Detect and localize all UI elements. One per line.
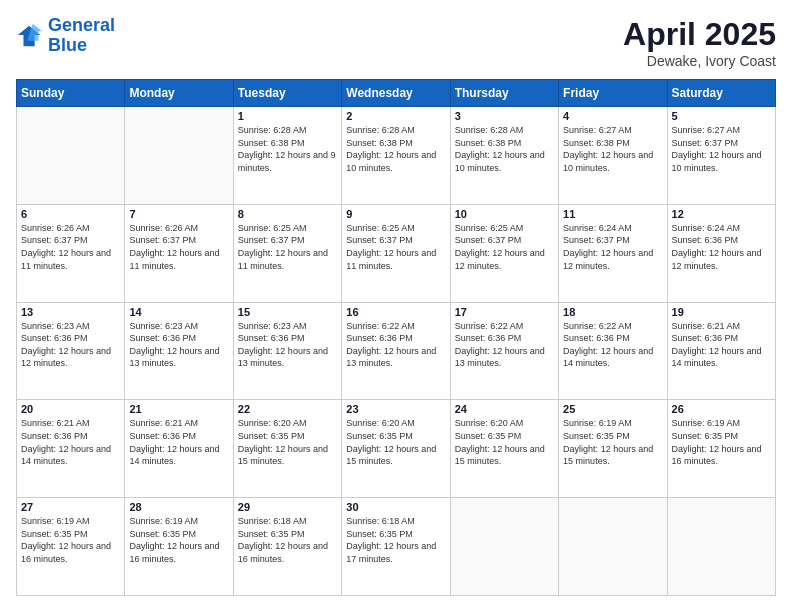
calendar-header-thursday: Thursday (450, 80, 558, 107)
logo-icon (16, 22, 44, 50)
calendar-header-sunday: Sunday (17, 80, 125, 107)
calendar-cell: 7Sunrise: 6:26 AM Sunset: 6:37 PM Daylig… (125, 204, 233, 302)
calendar-cell: 6Sunrise: 6:26 AM Sunset: 6:37 PM Daylig… (17, 204, 125, 302)
day-number: 15 (238, 306, 337, 318)
week-row-3: 20Sunrise: 6:21 AM Sunset: 6:36 PM Dayli… (17, 400, 776, 498)
week-row-0: 1Sunrise: 6:28 AM Sunset: 6:38 PM Daylig… (17, 107, 776, 205)
day-info: Sunrise: 6:27 AM Sunset: 6:37 PM Dayligh… (672, 124, 771, 174)
calendar-cell: 2Sunrise: 6:28 AM Sunset: 6:38 PM Daylig… (342, 107, 450, 205)
page: General Blue April 2025 Dewake, Ivory Co… (0, 0, 792, 612)
calendar-header-row: SundayMondayTuesdayWednesdayThursdayFrid… (17, 80, 776, 107)
logo-line1: General (48, 15, 115, 35)
day-info: Sunrise: 6:25 AM Sunset: 6:37 PM Dayligh… (455, 222, 554, 272)
day-info: Sunrise: 6:20 AM Sunset: 6:35 PM Dayligh… (238, 417, 337, 467)
day-number: 5 (672, 110, 771, 122)
day-info: Sunrise: 6:28 AM Sunset: 6:38 PM Dayligh… (455, 124, 554, 174)
day-number: 12 (672, 208, 771, 220)
day-info: Sunrise: 6:22 AM Sunset: 6:36 PM Dayligh… (346, 320, 445, 370)
day-number: 7 (129, 208, 228, 220)
calendar-cell: 16Sunrise: 6:22 AM Sunset: 6:36 PM Dayli… (342, 302, 450, 400)
calendar-header-monday: Monday (125, 80, 233, 107)
day-info: Sunrise: 6:26 AM Sunset: 6:37 PM Dayligh… (129, 222, 228, 272)
header: General Blue April 2025 Dewake, Ivory Co… (16, 16, 776, 69)
calendar-cell: 25Sunrise: 6:19 AM Sunset: 6:35 PM Dayli… (559, 400, 667, 498)
calendar-cell: 29Sunrise: 6:18 AM Sunset: 6:35 PM Dayli… (233, 498, 341, 596)
calendar-cell: 1Sunrise: 6:28 AM Sunset: 6:38 PM Daylig… (233, 107, 341, 205)
calendar-cell: 22Sunrise: 6:20 AM Sunset: 6:35 PM Dayli… (233, 400, 341, 498)
day-number: 19 (672, 306, 771, 318)
week-row-2: 13Sunrise: 6:23 AM Sunset: 6:36 PM Dayli… (17, 302, 776, 400)
logo-line2: Blue (48, 35, 87, 55)
calendar-cell: 20Sunrise: 6:21 AM Sunset: 6:36 PM Dayli… (17, 400, 125, 498)
day-number: 2 (346, 110, 445, 122)
day-info: Sunrise: 6:26 AM Sunset: 6:37 PM Dayligh… (21, 222, 120, 272)
day-info: Sunrise: 6:19 AM Sunset: 6:35 PM Dayligh… (21, 515, 120, 565)
day-number: 8 (238, 208, 337, 220)
calendar-cell (667, 498, 775, 596)
day-number: 10 (455, 208, 554, 220)
calendar-cell: 13Sunrise: 6:23 AM Sunset: 6:36 PM Dayli… (17, 302, 125, 400)
week-row-4: 27Sunrise: 6:19 AM Sunset: 6:35 PM Dayli… (17, 498, 776, 596)
day-number: 22 (238, 403, 337, 415)
day-info: Sunrise: 6:21 AM Sunset: 6:36 PM Dayligh… (672, 320, 771, 370)
day-number: 24 (455, 403, 554, 415)
calendar-cell: 14Sunrise: 6:23 AM Sunset: 6:36 PM Dayli… (125, 302, 233, 400)
day-number: 27 (21, 501, 120, 513)
day-info: Sunrise: 6:25 AM Sunset: 6:37 PM Dayligh… (238, 222, 337, 272)
day-info: Sunrise: 6:28 AM Sunset: 6:38 PM Dayligh… (346, 124, 445, 174)
calendar-cell: 21Sunrise: 6:21 AM Sunset: 6:36 PM Dayli… (125, 400, 233, 498)
day-info: Sunrise: 6:23 AM Sunset: 6:36 PM Dayligh… (21, 320, 120, 370)
calendar-cell: 18Sunrise: 6:22 AM Sunset: 6:36 PM Dayli… (559, 302, 667, 400)
day-number: 21 (129, 403, 228, 415)
subtitle: Dewake, Ivory Coast (623, 53, 776, 69)
day-number: 1 (238, 110, 337, 122)
day-info: Sunrise: 6:24 AM Sunset: 6:37 PM Dayligh… (563, 222, 662, 272)
day-number: 17 (455, 306, 554, 318)
day-info: Sunrise: 6:23 AM Sunset: 6:36 PM Dayligh… (238, 320, 337, 370)
calendar-cell: 3Sunrise: 6:28 AM Sunset: 6:38 PM Daylig… (450, 107, 558, 205)
day-number: 28 (129, 501, 228, 513)
calendar-cell (450, 498, 558, 596)
week-row-1: 6Sunrise: 6:26 AM Sunset: 6:37 PM Daylig… (17, 204, 776, 302)
day-info: Sunrise: 6:25 AM Sunset: 6:37 PM Dayligh… (346, 222, 445, 272)
day-number: 9 (346, 208, 445, 220)
day-info: Sunrise: 6:22 AM Sunset: 6:36 PM Dayligh… (563, 320, 662, 370)
calendar-cell: 12Sunrise: 6:24 AM Sunset: 6:36 PM Dayli… (667, 204, 775, 302)
day-number: 13 (21, 306, 120, 318)
day-number: 4 (563, 110, 662, 122)
day-number: 6 (21, 208, 120, 220)
day-info: Sunrise: 6:21 AM Sunset: 6:36 PM Dayligh… (129, 417, 228, 467)
day-number: 18 (563, 306, 662, 318)
calendar-header-tuesday: Tuesday (233, 80, 341, 107)
day-info: Sunrise: 6:22 AM Sunset: 6:36 PM Dayligh… (455, 320, 554, 370)
day-number: 14 (129, 306, 228, 318)
calendar-cell: 27Sunrise: 6:19 AM Sunset: 6:35 PM Dayli… (17, 498, 125, 596)
calendar-header-wednesday: Wednesday (342, 80, 450, 107)
day-number: 20 (21, 403, 120, 415)
calendar-cell: 17Sunrise: 6:22 AM Sunset: 6:36 PM Dayli… (450, 302, 558, 400)
calendar-cell: 8Sunrise: 6:25 AM Sunset: 6:37 PM Daylig… (233, 204, 341, 302)
calendar-cell: 26Sunrise: 6:19 AM Sunset: 6:35 PM Dayli… (667, 400, 775, 498)
calendar-cell: 10Sunrise: 6:25 AM Sunset: 6:37 PM Dayli… (450, 204, 558, 302)
day-number: 30 (346, 501, 445, 513)
calendar-cell: 4Sunrise: 6:27 AM Sunset: 6:38 PM Daylig… (559, 107, 667, 205)
calendar-cell (17, 107, 125, 205)
calendar-cell: 28Sunrise: 6:19 AM Sunset: 6:35 PM Dayli… (125, 498, 233, 596)
day-info: Sunrise: 6:24 AM Sunset: 6:36 PM Dayligh… (672, 222, 771, 272)
day-info: Sunrise: 6:19 AM Sunset: 6:35 PM Dayligh… (672, 417, 771, 467)
day-info: Sunrise: 6:27 AM Sunset: 6:38 PM Dayligh… (563, 124, 662, 174)
day-info: Sunrise: 6:21 AM Sunset: 6:36 PM Dayligh… (21, 417, 120, 467)
day-number: 29 (238, 501, 337, 513)
day-info: Sunrise: 6:20 AM Sunset: 6:35 PM Dayligh… (455, 417, 554, 467)
logo-text: General Blue (48, 16, 115, 56)
day-info: Sunrise: 6:18 AM Sunset: 6:35 PM Dayligh… (238, 515, 337, 565)
calendar-header-saturday: Saturday (667, 80, 775, 107)
day-number: 25 (563, 403, 662, 415)
day-info: Sunrise: 6:18 AM Sunset: 6:35 PM Dayligh… (346, 515, 445, 565)
calendar-cell: 15Sunrise: 6:23 AM Sunset: 6:36 PM Dayli… (233, 302, 341, 400)
day-info: Sunrise: 6:20 AM Sunset: 6:35 PM Dayligh… (346, 417, 445, 467)
calendar-cell: 19Sunrise: 6:21 AM Sunset: 6:36 PM Dayli… (667, 302, 775, 400)
main-title: April 2025 (623, 16, 776, 53)
calendar-cell: 9Sunrise: 6:25 AM Sunset: 6:37 PM Daylig… (342, 204, 450, 302)
day-number: 16 (346, 306, 445, 318)
